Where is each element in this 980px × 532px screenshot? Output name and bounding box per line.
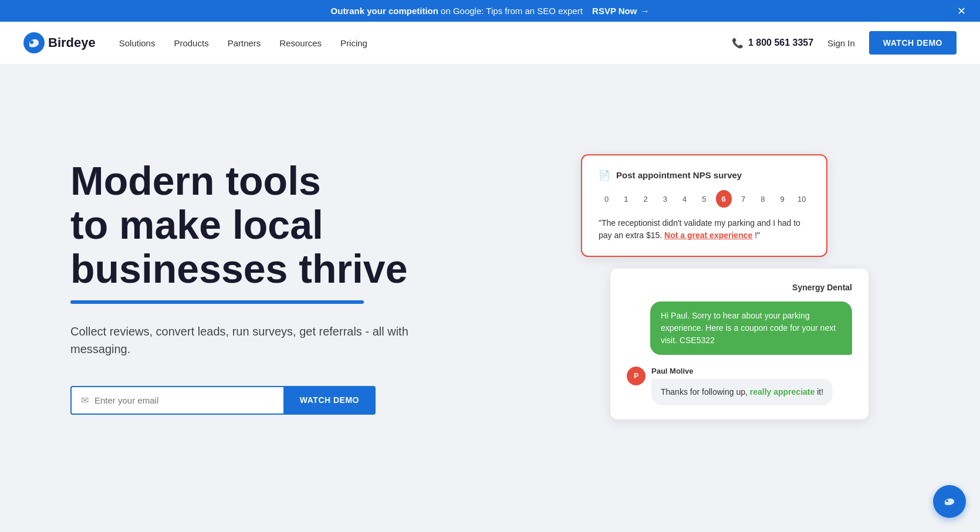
nps-card: 📄 Post appointment NPS survey 0 1 2 3 4 … (581, 154, 827, 257)
birdeye-chat-icon (941, 493, 958, 510)
nps-num-2: 2 (638, 190, 654, 208)
logo[interactable]: Birdeye (23, 32, 96, 53)
nps-num-3: 3 (657, 190, 673, 208)
watch-demo-button[interactable]: WATCH DEMO (869, 31, 957, 55)
message-bubble-user: Thanks for following up, really apprecia… (651, 379, 833, 405)
nps-title: Post appointment NPS survey (616, 170, 742, 180)
svg-point-3 (946, 500, 948, 502)
nav-partners[interactable]: Partners (228, 38, 261, 48)
appreciate-text: really appreciate (750, 387, 815, 397)
hero-right: 📄 Post appointment NPS survey 0 1 2 3 4 … (452, 154, 957, 419)
nav-links: Solutions Products Partners Resources Pr… (119, 38, 732, 48)
form-watch-demo-button[interactable]: WATCH DEMO (283, 386, 376, 415)
nav-pricing[interactable]: Pricing (340, 38, 367, 48)
rsvp-link[interactable]: RSVP Now → (592, 6, 649, 16)
hero-left: Modern tools to make local businesses th… (70, 159, 452, 414)
message-business-name: Synergy Dental (627, 283, 852, 292)
nps-file-icon: 📄 (599, 170, 610, 181)
user-avatar: P (627, 367, 646, 385)
message-card: Synergy Dental Hi Paul. Sorry to hear ab… (610, 269, 869, 419)
hero-section: Modern tools to make local businesses th… (0, 64, 980, 510)
message-reply: P Paul Molive Thanks for following up, r… (627, 367, 852, 405)
hero-subtitle: Collect reviews, convert leads, run surv… (70, 323, 452, 358)
nps-num-1: 1 (618, 190, 634, 208)
announcement-bar: Outrank your competition on Google: Tips… (0, 0, 980, 22)
nps-feedback-link: Not a great experience (664, 231, 752, 240)
nav-solutions[interactable]: Solutions (119, 38, 156, 48)
hero-underline (70, 300, 364, 304)
nav-resources[interactable]: Resources (279, 38, 322, 48)
email-icon: ✉ (81, 395, 89, 406)
phone-area: 📞 1 800 561 3357 (732, 38, 813, 49)
reply-content: Paul Molive Thanks for following up, rea… (651, 367, 833, 405)
nps-num-9: 9 (774, 190, 790, 208)
nps-num-5: 5 (696, 190, 712, 208)
nps-feedback: "The receptionist didn't validate my par… (599, 217, 810, 242)
navbar: Birdeye Solutions Products Partners Reso… (0, 22, 980, 64)
floating-chat-badge[interactable] (933, 485, 966, 518)
svg-point-1 (30, 40, 33, 44)
close-announcement-button[interactable]: ✕ (955, 2, 968, 20)
phone-number: 1 800 561 3357 (748, 38, 813, 48)
announcement-text: Outrank your competition on Google: Tips… (331, 6, 650, 16)
phone-icon: 📞 (732, 38, 744, 49)
nps-num-8: 8 (755, 190, 771, 208)
nav-products[interactable]: Products (174, 38, 208, 48)
nps-num-7: 7 (735, 190, 751, 208)
nps-num-6: 6 (716, 190, 732, 208)
email-form: ✉ WATCH DEMO (70, 386, 376, 415)
nps-num-10: 10 (794, 190, 810, 208)
nps-scale: 0 1 2 3 4 5 6 7 8 9 10 (599, 190, 810, 208)
hero-title: Modern tools to make local businesses th… (70, 159, 452, 290)
email-input[interactable] (94, 387, 274, 414)
logo-icon (23, 32, 45, 53)
nps-num-4: 4 (677, 190, 692, 208)
sign-in-link[interactable]: Sign In (827, 38, 855, 48)
announcement-rest: on Google: Tips from an SEO expert (441, 6, 583, 16)
announcement-bold: Outrank your competition (331, 6, 438, 16)
message-bubble-business: Hi Paul. Sorry to hear about your parkin… (650, 301, 852, 355)
nps-header: 📄 Post appointment NPS survey (599, 170, 810, 181)
email-input-wrapper: ✉ (70, 386, 283, 415)
nav-right: 📞 1 800 561 3357 Sign In WATCH DEMO (732, 31, 957, 55)
logo-text: Birdeye (48, 35, 96, 50)
nps-num-0: 0 (599, 190, 614, 208)
reply-name: Paul Molive (651, 367, 833, 375)
